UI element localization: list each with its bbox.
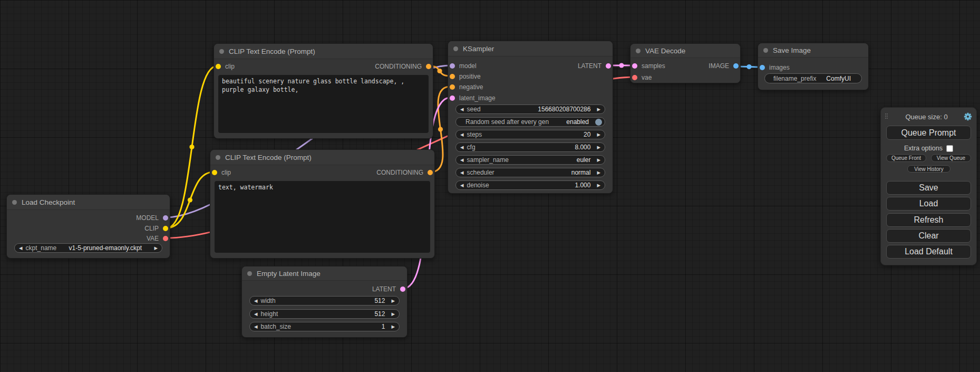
node-title-bar[interactable]: KSampler	[448, 41, 613, 56]
steps-widget[interactable]: ◀ steps 20 ▶	[455, 130, 605, 139]
comfyui-canvas[interactable]: { "colors": { "model": "#B39DDB", "clip"…	[0, 0, 980, 372]
output-slot-model[interactable]: MODEL	[7, 213, 170, 223]
output-slot-latent[interactable]: LATENT	[578, 62, 611, 70]
save-button[interactable]: Save	[886, 181, 971, 195]
increment-arrow-icon[interactable]: ▶	[391, 299, 395, 303]
node-title-bar[interactable]: VAE Decode	[630, 44, 740, 58]
conditioning-slot-icon[interactable]	[450, 84, 455, 90]
output-slot-conditioning[interactable]: CONDITIONING	[376, 169, 433, 176]
input-slot-vae[interactable]: vae	[630, 72, 740, 83]
node-load-checkpoint[interactable]: Load Checkpoint MODEL CLIP VAE ◀ ckpt_na…	[6, 194, 170, 259]
increment-arrow-icon[interactable]: ▶	[391, 312, 395, 317]
clip-slot-icon[interactable]	[216, 64, 221, 69]
increment-arrow-icon[interactable]: ▶	[597, 107, 600, 112]
scheduler-widget[interactable]: ◀ scheduler normal ▶	[455, 168, 605, 177]
input-slot-images[interactable]: images	[758, 62, 868, 73]
decrement-arrow-icon[interactable]: ◀	[254, 299, 258, 303]
latent-slot-icon[interactable]	[450, 96, 455, 101]
decrement-arrow-icon[interactable]: ◀	[460, 170, 464, 175]
cfg-widget[interactable]: ◀ cfg 8.000 ▶	[455, 142, 605, 152]
denoise-widget[interactable]: ◀ denoise 1.000 ▶	[455, 180, 605, 190]
conditioning-slot-icon[interactable]	[428, 170, 433, 175]
view-history-button[interactable]: View History	[907, 165, 950, 173]
increment-arrow-icon[interactable]: ▶	[597, 145, 600, 150]
output-slot-latent[interactable]: LATENT	[242, 284, 407, 294]
increment-arrow-icon[interactable]: ▶	[597, 183, 600, 188]
extra-options-checkbox[interactable]	[946, 145, 953, 152]
widget-value: ComfyUI	[826, 75, 853, 82]
sampler-name-widget[interactable]: ◀ sampler_name euler ▶	[455, 155, 605, 165]
node-status-icon	[219, 49, 224, 54]
node-title-bar[interactable]: Save Image	[758, 43, 868, 58]
queue-prompt-button[interactable]: Queue Prompt	[886, 126, 971, 140]
load-button[interactable]: Load	[886, 197, 971, 211]
vae-slot-icon[interactable]	[163, 236, 168, 241]
settings-gear-icon[interactable]	[964, 112, 972, 121]
input-slot-model[interactable]: model	[450, 62, 477, 70]
latent-slot-icon[interactable]	[632, 63, 637, 69]
seed-toggle-icon[interactable]	[595, 119, 602, 126]
vae-slot-icon[interactable]	[632, 75, 637, 80]
view-queue-button[interactable]: View Queue	[931, 154, 971, 162]
negative-prompt-textarea[interactable]: text, watermark	[215, 181, 430, 253]
model-slot-icon[interactable]	[163, 215, 168, 221]
conditioning-slot-icon[interactable]	[426, 64, 431, 69]
node-title-bar[interactable]: CLIP Text Encode (Prompt)	[214, 44, 433, 59]
clear-button[interactable]: Clear	[886, 229, 971, 243]
output-slot-clip[interactable]: CLIP	[7, 223, 170, 234]
node-save-image[interactable]: Save Image images filename_prefix ComfyU…	[758, 43, 869, 90]
decrement-arrow-icon[interactable]: ◀	[254, 312, 258, 317]
conditioning-slot-icon[interactable]	[450, 74, 455, 79]
decrement-arrow-icon[interactable]: ◀	[460, 158, 464, 163]
output-slot-image[interactable]: IMAGE	[709, 62, 739, 70]
drag-handle-icon[interactable]	[885, 113, 889, 120]
clip-slot-icon[interactable]	[212, 170, 217, 175]
node-ksampler[interactable]: KSampler model LATENT positive negative …	[448, 41, 613, 194]
increment-arrow-icon[interactable]: ▶	[597, 158, 600, 163]
decrement-arrow-icon[interactable]: ◀	[460, 107, 464, 112]
node-clip-text-encode-negative[interactable]: CLIP Text Encode (Prompt) clip CONDITION…	[210, 149, 435, 259]
batch-size-widget[interactable]: ◀ batch_size 1 ▶	[249, 322, 400, 331]
latent-slot-icon[interactable]	[606, 63, 611, 69]
node-empty-latent-image[interactable]: Empty Latent Image LATENT ◀ width 512 ▶ …	[241, 266, 407, 338]
width-widget[interactable]: ◀ width 512 ▶	[249, 296, 400, 306]
height-widget[interactable]: ◀ height 512 ▶	[249, 309, 400, 319]
queue-front-button[interactable]: Queue Front	[886, 154, 926, 162]
clip-slot-icon[interactable]	[163, 226, 168, 231]
decrement-arrow-icon[interactable]: ◀	[254, 325, 258, 329]
input-slot-clip[interactable]: clip	[216, 63, 235, 70]
model-slot-icon[interactable]	[450, 63, 455, 69]
node-title-bar[interactable]: Load Checkpoint	[7, 195, 170, 210]
input-slot-positive[interactable]: positive	[448, 71, 613, 82]
decrement-arrow-icon[interactable]: ◀	[460, 132, 464, 137]
positive-prompt-textarea[interactable]: beautiful scenery nature glass bottle la…	[218, 75, 429, 133]
increment-arrow-icon[interactable]: ▶	[597, 170, 600, 175]
node-title-bar[interactable]: CLIP Text Encode (Prompt)	[210, 150, 434, 165]
node-vae-decode[interactable]: VAE Decode samples IMAGE vae	[630, 43, 741, 83]
refresh-button[interactable]: Refresh	[886, 213, 971, 227]
input-slot-clip[interactable]: clip	[212, 169, 231, 176]
node-clip-text-encode-positive[interactable]: CLIP Text Encode (Prompt) clip CONDITION…	[214, 43, 433, 139]
output-slot-conditioning[interactable]: CONDITIONING	[375, 63, 431, 70]
latent-slot-icon[interactable]	[400, 287, 405, 292]
output-slot-vae[interactable]: VAE	[7, 233, 170, 244]
input-slot-negative[interactable]: negative	[448, 82, 613, 92]
decrement-arrow-icon[interactable]: ◀	[460, 183, 464, 188]
increment-arrow-icon[interactable]: ▶	[391, 325, 395, 329]
input-slot-latent-image[interactable]: latent_image	[448, 93, 613, 103]
model-latent-row: model LATENT	[448, 61, 613, 71]
load-default-button[interactable]: Load Default	[886, 245, 971, 259]
seed-widget[interactable]: ◀ seed 156680208700286 ▶	[455, 104, 605, 114]
ckpt-name-widget[interactable]: ◀ ckpt_name v1-5-pruned-emaonly.ckpt ▶	[14, 243, 162, 253]
decrement-arrow-icon[interactable]: ◀	[460, 145, 464, 150]
random-seed-widget[interactable]: Random seed after every gen enabled	[455, 117, 605, 127]
increment-arrow-icon[interactable]: ▶	[154, 246, 158, 251]
image-slot-icon[interactable]	[733, 63, 739, 69]
decrement-arrow-icon[interactable]: ◀	[19, 246, 23, 251]
image-slot-icon[interactable]	[760, 65, 765, 70]
input-slot-samples[interactable]: samples	[632, 62, 665, 70]
increment-arrow-icon[interactable]: ▶	[597, 132, 600, 137]
filename-prefix-widget[interactable]: filename_prefix ComfyUI	[764, 73, 862, 83]
node-status-icon	[12, 200, 17, 205]
node-title-bar[interactable]: Empty Latent Image	[242, 266, 407, 281]
